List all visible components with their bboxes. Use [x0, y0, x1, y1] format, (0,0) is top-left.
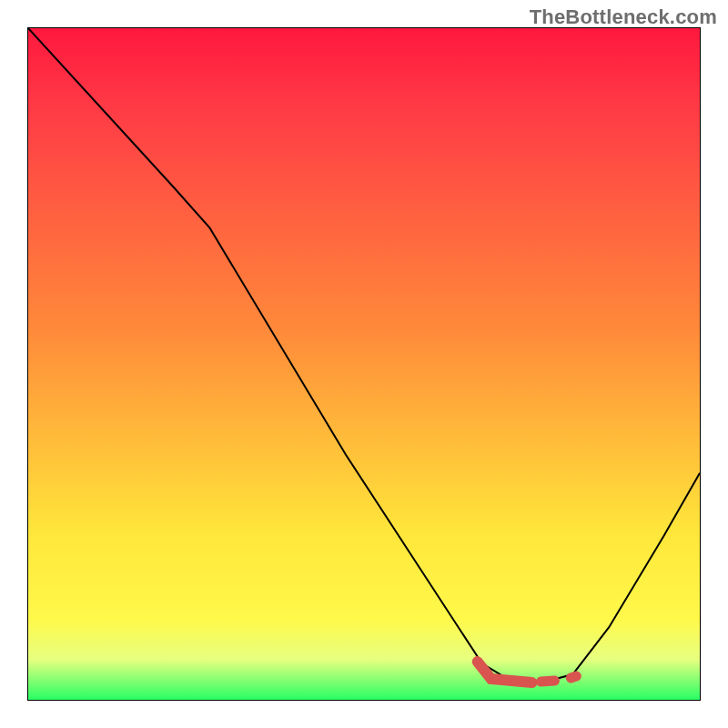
series-marker-segment [478, 662, 532, 682]
plot-area [27, 27, 701, 701]
chart-svg [28, 28, 700, 700]
attribution-text: TheBottleneck.com [530, 5, 717, 29]
series-marker-dot [571, 676, 576, 678]
chart-container: TheBottleneck.com [0, 0, 728, 728]
series-bottleneck-curve [28, 28, 700, 683]
series-marker-dash-1 [541, 681, 554, 682]
